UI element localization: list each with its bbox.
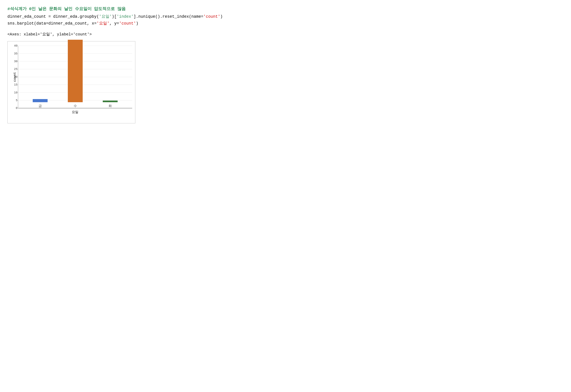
y-tick-label: 15 (12, 83, 17, 87)
code-block: dinner_eda_count = dinner_eda.groupby('요… (7, 13, 564, 27)
bar-금 (33, 99, 48, 102)
x-axis-title: 요일 (18, 110, 132, 114)
axes-output: <Axes: xlabel='요일', ylabel='count'> (7, 31, 564, 37)
code-str-yoil2: '요일' (97, 21, 109, 26)
bar-수 (68, 40, 83, 102)
y-tick-label: 5 (12, 99, 17, 102)
code-paren-close: ) (220, 15, 223, 19)
code-comma: , y= (109, 21, 119, 26)
chart-container: count 0510152025303540 금수화 요일 (7, 41, 135, 123)
y-tick-label: 40 (12, 44, 17, 47)
code-str-yoil1: '요일' (99, 15, 112, 19)
code-line-2: sns.barplot(data=dinner_eda_count, x='요일… (7, 20, 564, 27)
code-line-1: dinner_eda_count = dinner_eda.groupby('요… (7, 13, 564, 20)
code-text: dinner_eda_count = dinner_eda.groupby( (7, 15, 99, 19)
bar-label-수: 수 (74, 104, 77, 108)
y-tick-label: 10 (12, 91, 17, 94)
bar-label-금: 금 (39, 104, 42, 108)
code-str-count1: 'count' (203, 15, 220, 19)
comment-text: #석식계가 0인 날은 문화의 날인 수요일이 압도적으로 많음 (7, 6, 564, 12)
bar-wrapper: 화 (93, 101, 128, 108)
y-tick-label: 30 (12, 60, 17, 63)
bar-wrapper: 수 (58, 40, 93, 108)
code-str-index: 'index' (117, 15, 133, 19)
code-str-count2: 'count' (119, 21, 136, 26)
y-tick-label: 35 (12, 52, 17, 55)
bar-wrapper: 금 (23, 99, 58, 108)
bars-group: 금수화 (18, 46, 132, 108)
chart-area: count 0510152025303540 금수화 (18, 46, 132, 108)
y-tick-label: 0 (12, 106, 17, 110)
code-bracket: )[ (112, 15, 116, 19)
bar-label-화: 화 (109, 104, 112, 108)
y-axis-label: count (13, 72, 17, 82)
y-tick-label: 25 (12, 67, 17, 71)
bar-화 (103, 101, 118, 102)
code-method: ].nunique().reset_index(name= (133, 15, 203, 19)
code-sns: sns.barplot(data=dinner_eda_count, x= (7, 21, 97, 26)
code-paren2: ) (136, 21, 138, 26)
